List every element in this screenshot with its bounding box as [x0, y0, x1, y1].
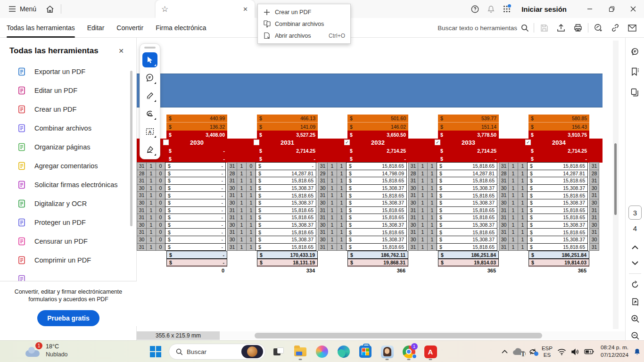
flag1-cell: 1: [418, 162, 428, 170]
microsoft-store-button[interactable]: [357, 343, 374, 360]
email-button[interactable]: [625, 21, 639, 35]
menu-item-2[interactable]: Abrir archivosCtrl+O: [258, 30, 350, 41]
sidebar-scrollbar[interactable]: [130, 71, 132, 226]
sidebar-item-7[interactable]: Digitalizar y OCR: [0, 194, 137, 213]
add-text-tool-button[interactable]: A: [142, 124, 157, 139]
tab-close-icon[interactable]: ✕: [241, 5, 250, 14]
select-tool-button[interactable]: [142, 52, 157, 67]
edge-button[interactable]: [335, 343, 352, 360]
toolbar-drag-handle[interactable]: [144, 47, 156, 49]
sidebar-item-4[interactable]: Organizar páginas: [0, 138, 137, 156]
language-indicator[interactable]: ESP ES: [542, 345, 553, 359]
print-button[interactable]: [571, 21, 585, 35]
next-page-button[interactable]: [629, 257, 641, 269]
sidebar-item-8[interactable]: Proteger un PDF: [0, 213, 137, 232]
free-trial-button[interactable]: Prueba gratis: [37, 310, 99, 326]
clock[interactable]: 08:24 p. m. 07/12/2024: [599, 344, 628, 359]
toolbar-tab-2[interactable]: Convertir: [116, 18, 143, 38]
sidebar-item-3[interactable]: Combinar archivos: [0, 119, 137, 138]
minimize-button[interactable]: [579, 0, 601, 18]
summary-spacer: [408, 259, 438, 267]
photos-app-button[interactable]: [379, 343, 396, 360]
currency-symbol: $: [530, 230, 533, 235]
amount-cell: $-: [165, 228, 226, 236]
volume-button[interactable]: [571, 348, 579, 355]
sidebar-item-label: Solicitar firmas electrónicas: [34, 181, 117, 189]
flag2-cell: 1: [246, 170, 256, 178]
document-tab[interactable]: ☆ ✕: [156, 0, 255, 18]
update-sync-button[interactable]: [528, 348, 537, 355]
battery-button[interactable]: [584, 349, 594, 354]
bookmarks-panel-button[interactable]: [629, 66, 641, 77]
current-page-indicator[interactable]: 3: [628, 206, 642, 220]
file-explorer-button[interactable]: [292, 343, 309, 360]
menu-item-1[interactable]: Combinar archivos: [258, 18, 350, 30]
zoom-in-button[interactable]: [629, 313, 641, 324]
onedrive-button[interactable]: ❚❚: [512, 348, 524, 355]
task-view-button[interactable]: [270, 343, 287, 360]
cell-value: 15,818.65: [472, 207, 495, 213]
zoom-in-icon: [631, 314, 640, 323]
weather-widget[interactable]: 1 18°C Nublado: [25, 343, 68, 359]
close-button[interactable]: [622, 0, 644, 18]
chrome-button[interactable]: 1: [400, 343, 417, 360]
request-signatures-button[interactable]: [591, 21, 605, 35]
search-input[interactable]: Buscar texto o herramientas: [438, 24, 531, 32]
restore-button[interactable]: [601, 0, 622, 18]
toolbar-tab-3[interactable]: Firma electrónica: [156, 18, 206, 38]
page-thumbnails-panel-button[interactable]: [629, 87, 641, 98]
tray-overflow-button[interactable]: [502, 350, 508, 354]
menu-item-0[interactable]: Crear un PDF: [258, 6, 350, 18]
home-button[interactable]: [46, 0, 54, 18]
horizontal-scrollbar-thumb[interactable]: [255, 333, 542, 338]
notifications-button[interactable]: [483, 0, 499, 18]
sidebar-item-6[interactable]: Solicitar firmas electrónicas: [0, 175, 137, 194]
signin-button[interactable]: Iniciar sesión: [521, 5, 567, 13]
sidebar-item-2[interactable]: Crear un PDF: [0, 100, 137, 119]
sign-tool-button[interactable]: [142, 142, 157, 157]
rotate-page-button[interactable]: [629, 279, 641, 290]
band-value-row-b: $-: [318, 155, 408, 163]
scan-ocr-icon: [17, 199, 26, 208]
summary-spacer: [318, 251, 347, 259]
vertical-scrollbar[interactable]: [613, 41, 619, 329]
fit-page-button[interactable]: [629, 296, 641, 307]
sidebar-item-0[interactable]: Exportar un PDF: [0, 62, 137, 81]
start-button[interactable]: [147, 343, 164, 360]
day-count-cell: 366: [347, 267, 408, 275]
flag1-cell: 1: [418, 191, 428, 199]
toolbar-tab-1[interactable]: Editar: [87, 18, 105, 38]
comment-tool-button[interactable]: [142, 70, 157, 85]
sidebar-item-5[interactable]: Agregar comentarios: [0, 156, 137, 175]
favorite-star-icon[interactable]: ☆: [161, 4, 168, 14]
flag2-cell: 1: [337, 228, 347, 236]
amount-cell: $15,308.37: [256, 236, 316, 244]
toolbar-tab-0[interactable]: Todas las herramientas: [7, 18, 75, 38]
acrobat-button[interactable]: A: [422, 343, 439, 360]
copilot-button[interactable]: [314, 343, 330, 360]
previous-page-button[interactable]: [629, 241, 641, 253]
notification-center-button[interactable]: [633, 347, 641, 356]
menu-button[interactable]: Menú: [6, 3, 39, 15]
sidebar-item-9[interactable]: Censurar un PDF: [0, 232, 137, 251]
highlight-tool-button[interactable]: [142, 88, 157, 103]
comments-panel-button[interactable]: [629, 46, 641, 58]
cell-value: 15,308.37: [382, 200, 404, 206]
draw-tool-button[interactable]: [142, 106, 157, 121]
sidebar-close-icon[interactable]: ✕: [116, 46, 127, 56]
vertical-scrollbar-thumb[interactable]: [614, 143, 617, 215]
share-upload-button[interactable]: [554, 21, 568, 35]
taskbar-search[interactable]: Buscar: [169, 344, 265, 360]
save-button[interactable]: [537, 21, 551, 35]
link-button[interactable]: [608, 21, 622, 35]
summary-spacer: [227, 259, 257, 267]
flag1-cell: 1: [327, 177, 337, 185]
zoom-out-button[interactable]: [629, 330, 641, 341]
help-button[interactable]: [467, 0, 483, 18]
flag1-cell: 1: [146, 214, 156, 222]
apps-grid-button[interactable]: [499, 0, 515, 18]
wifi-button[interactable]: [557, 348, 566, 355]
sidebar-item-10[interactable]: Comprimir un PDF: [0, 251, 137, 270]
currency-symbol: $: [441, 252, 444, 258]
sidebar-item-1[interactable]: Editar un PDF: [0, 81, 137, 100]
